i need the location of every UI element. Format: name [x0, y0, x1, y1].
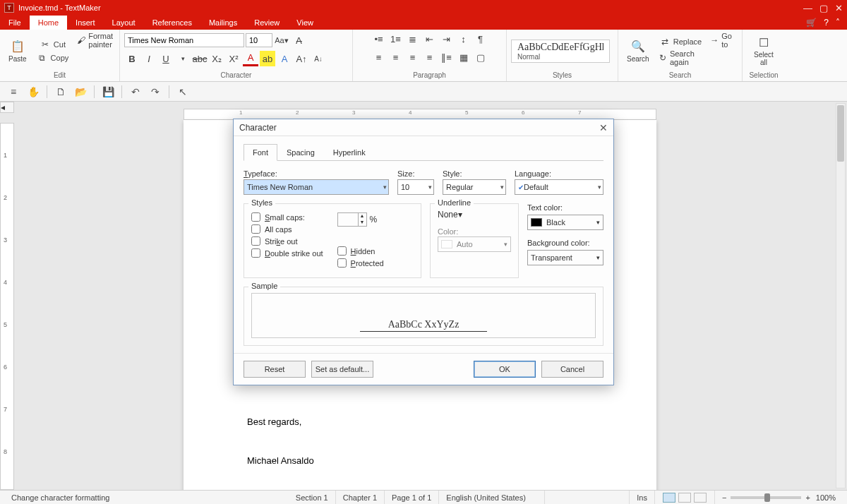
scrollbar-thumb[interactable] [837, 105, 844, 162]
ok-button[interactable]: OK [474, 361, 536, 378]
status-chapter[interactable]: Chapter 1 [336, 491, 385, 504]
language-combo[interactable]: ✔Default▾ [515, 179, 603, 195]
close-window-button[interactable]: ✕ [835, 3, 843, 13]
increase-indent-button[interactable]: ⇥ [439, 31, 455, 47]
touch-mode-icon[interactable]: ✋ [25, 84, 41, 100]
small-caps-percent[interactable]: ▲▼ [337, 212, 367, 227]
status-page[interactable]: Page 1 of 1 [385, 491, 439, 504]
underline-button[interactable]: U [158, 51, 174, 66]
justify-button[interactable]: ≡ [422, 49, 438, 65]
cancel-button[interactable]: Cancel [541, 361, 603, 378]
show-marks-button[interactable]: ¶ [473, 31, 488, 47]
zoom-slider[interactable] [731, 496, 801, 499]
align-center-button[interactable]: ≡ [388, 49, 404, 65]
help-question-icon[interactable]: ? [824, 18, 829, 28]
strikethrough-button[interactable]: abc [192, 51, 208, 66]
maximize-button[interactable]: ▢ [819, 3, 828, 13]
copy-button[interactable]: ⧉Copy [34, 52, 72, 64]
shading-button[interactable]: ▦ [456, 49, 471, 65]
style-combo[interactable]: Regular▾ [443, 179, 506, 195]
dialog-tab-hyperlink[interactable]: Hyperlink [324, 144, 375, 161]
view-master-button[interactable] [678, 493, 691, 503]
numbering-button[interactable]: 1≡ [388, 31, 404, 47]
zoom-out-button[interactable]: − [722, 493, 726, 502]
tab-home[interactable]: Home [30, 16, 67, 30]
tab-mailings[interactable]: Mailings [200, 16, 246, 30]
search-button[interactable]: 🔍Search [623, 38, 654, 64]
align-left-button[interactable]: ≡ [371, 49, 387, 65]
view-outline-button[interactable] [694, 493, 707, 503]
change-case-icon[interactable]: Aa▾ [274, 32, 289, 48]
cut-button[interactable]: ✂Cut [34, 38, 72, 51]
format-painter-button[interactable]: 🖌Format painter [74, 31, 119, 49]
open-icon[interactable]: 📂 [73, 84, 88, 100]
help-cart-icon[interactable]: 🛒 [806, 18, 817, 28]
protected-checkbox[interactable]: Protected [337, 258, 384, 268]
bullets-button[interactable]: •≡ [371, 31, 387, 47]
underline-more-icon[interactable]: ▾ [175, 51, 191, 66]
strike-checkbox[interactable]: Strike out [251, 236, 323, 246]
hamburger-icon[interactable]: ≡ [6, 84, 21, 100]
multilevel-button[interactable]: ≣ [405, 31, 421, 47]
vertical-ruler[interactable]: 1 2 3 4 5 6 7 8 [0, 123, 14, 490]
bold-button[interactable]: B [124, 51, 140, 66]
replace-button[interactable]: ⇄Replace [656, 35, 705, 48]
dialog-titlebar[interactable]: Character ✕ [234, 119, 613, 136]
view-normal-button[interactable] [663, 493, 675, 503]
subscript-button[interactable]: X₂ [209, 51, 224, 66]
borders-button[interactable]: ▢ [473, 49, 488, 65]
dialog-tab-font[interactable]: Font [244, 144, 277, 161]
paste-button[interactable]: 📋 Paste [4, 38, 31, 64]
text-color-combo[interactable]: Black▾ [527, 215, 603, 230]
underline-combo[interactable]: None▾ [438, 210, 511, 220]
spin-up-icon[interactable]: ▲ [358, 213, 366, 220]
vertical-scrollbar[interactable] [836, 103, 846, 488]
spin-down-icon[interactable]: ▼ [358, 220, 366, 226]
search-again-button[interactable]: ↻Search again [656, 49, 705, 67]
goto-button[interactable]: →Go to [707, 31, 738, 49]
superscript-button[interactable]: X² [226, 51, 241, 66]
italic-button[interactable]: I [141, 51, 157, 66]
grow-font-button[interactable]: A↑ [294, 51, 309, 66]
style-gallery-item[interactable]: AaBbCcDdEeFfGgHh Normal [511, 40, 610, 63]
bg-color-combo[interactable]: Transparent▾ [527, 250, 603, 265]
dialog-tab-spacing[interactable]: Spacing [277, 144, 324, 161]
redo-icon[interactable]: ↷ [148, 84, 163, 100]
set-default-button[interactable]: Set as default... [311, 361, 373, 378]
highlight-color-button[interactable]: ab [260, 51, 275, 66]
dialog-close-button[interactable]: ✕ [599, 122, 608, 133]
save-icon[interactable]: 💾 [100, 84, 116, 100]
typeface-combo[interactable]: Times New Roman▾ [244, 179, 389, 195]
decrease-indent-button[interactable]: ⇤ [422, 31, 438, 47]
small-caps-checkbox[interactable]: Small caps: [251, 212, 323, 222]
shrink-font-button[interactable]: A↓ [311, 51, 326, 66]
status-insert-mode[interactable]: Ins [630, 491, 655, 504]
undo-icon[interactable]: ↶ [128, 84, 143, 100]
pointer-icon[interactable]: ↖ [175, 84, 191, 100]
all-caps-checkbox[interactable]: All caps [251, 224, 323, 234]
select-all-button[interactable]: ☐Select all [747, 34, 781, 68]
line-spacing-button[interactable]: ‖≡ [439, 49, 455, 65]
text-effects-button[interactable]: A [277, 51, 292, 66]
tab-review[interactable]: Review [246, 16, 288, 30]
tab-layout[interactable]: Layout [104, 16, 144, 30]
font-family-combo[interactable] [124, 33, 244, 47]
tab-file[interactable]: File [0, 16, 30, 30]
status-section[interactable]: Section 1 [289, 491, 336, 504]
sort-button[interactable]: ↕ [456, 31, 471, 47]
minimize-button[interactable]: — [803, 3, 812, 13]
new-doc-icon[interactable]: 🗋 [53, 84, 68, 100]
zoom-in-button[interactable]: + [805, 493, 810, 502]
clear-formatting-icon[interactable]: A̶ [291, 32, 306, 48]
reset-button[interactable]: Reset [244, 361, 306, 378]
ribbon-collapse-icon[interactable]: ˄ [836, 18, 840, 28]
tab-references[interactable]: References [144, 16, 200, 30]
hidden-checkbox[interactable]: Hidden [337, 246, 384, 256]
size-combo[interactable]: 10▾ [397, 179, 434, 195]
font-color-button[interactable]: A [243, 51, 258, 66]
tab-view[interactable]: View [288, 16, 322, 30]
font-size-combo[interactable] [246, 33, 272, 47]
double-strike-checkbox[interactable]: Double strike out [251, 248, 323, 258]
zoom-slider-knob[interactable] [764, 493, 770, 502]
zoom-level[interactable]: 100% [816, 493, 836, 502]
